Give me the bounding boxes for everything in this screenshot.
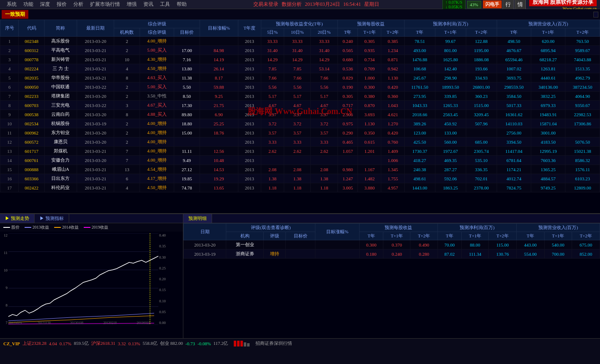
table-row[interactable]: 1 002348 高乐股份 2013-03-20 2 4.00_增持 2013 … xyxy=(0,37,600,46)
menu-item-extend[interactable]: 扩展市场行情 xyxy=(87,1,123,8)
price-chart-svg: 20121029 20121130 20130108 20130218 2013… xyxy=(8,233,158,325)
cell-rating[interactable]: 5.00_买入 xyxy=(140,82,174,92)
cell-profit-t: 1730.37 xyxy=(405,147,435,156)
table-row[interactable]: 4 002224 三 力 士 2013-03-21 4 4.50_增持 13.8… xyxy=(0,64,600,73)
menu-item-quote[interactable]: 报价 xyxy=(53,1,70,8)
dcell-target xyxy=(286,249,315,259)
cell-name[interactable]: 塔牌集团 xyxy=(44,92,77,101)
table-row[interactable]: 9 000538 云南白药 2013-03-20 8 4.88_买入 89.80… xyxy=(0,110,600,119)
cell-rating[interactable]: 3.50_中性 xyxy=(140,92,174,101)
th-rev-t2: T+2年 xyxy=(565,28,600,37)
cell-rating[interactable]: 4.00_增持 xyxy=(140,147,174,156)
cell-name[interactable]: 云南白药 xyxy=(44,110,77,119)
cell-rating[interactable]: 4.00_增持 xyxy=(140,156,174,165)
cell-rating[interactable]: 4.50_增持 xyxy=(140,64,174,73)
cell-eps-t: 0.980 xyxy=(338,165,358,174)
cell-num: 14 xyxy=(0,156,19,165)
table-row[interactable]: 6 600050 中国联通 2013-03-22 2 5.00_买入 5.50 … xyxy=(0,82,600,92)
table-row[interactable]: 16 603366 日出东方 2013-03-21 6 4.17_增持 19.8… xyxy=(0,174,600,183)
menu-item-system[interactable]: 系统 xyxy=(3,1,20,8)
cell-name[interactable]: 东方钽业 xyxy=(44,128,77,137)
cell-target-price: 7.16 xyxy=(174,55,200,64)
table-row[interactable]: 3 000778 新兴铸管 2013-03-21 10 4.30_增持 7.16… xyxy=(0,55,600,64)
cell-rating[interactable]: 4.88_买入 xyxy=(140,110,174,119)
cell-code[interactable]: 002348 xyxy=(19,37,44,46)
cell-code[interactable]: 002422 xyxy=(19,183,44,192)
cell-code[interactable]: 600703 xyxy=(19,101,44,110)
menu-item-help[interactable]: 帮助 xyxy=(173,1,190,8)
menu-item-tools[interactable]: 工具 xyxy=(157,1,173,8)
cell-rating[interactable]: 4.00_增持 xyxy=(140,128,174,137)
cell-rating[interactable]: 4.00_增持 xyxy=(140,119,174,128)
emotion-button[interactable]: 情 xyxy=(515,0,526,10)
cell-name[interactable]: 中国联通 xyxy=(44,82,77,92)
cell-code[interactable]: 600572 xyxy=(19,137,44,147)
cell-rating[interactable]: 4.67_买入 xyxy=(140,101,174,110)
cell-name[interactable]: 杭锅股份 xyxy=(44,119,77,128)
cell-rating[interactable]: 4.50_增持 xyxy=(140,183,174,192)
cell-eps-t2: 0.871 xyxy=(381,55,405,64)
cell-rating[interactable]: 4.17_增持 xyxy=(140,174,174,183)
table-row[interactable]: 15 000888 峨眉山A 2013-03-21 13 4.54_增持 27.… xyxy=(0,165,600,174)
tab-forecast-trend[interactable]: ▶ 预测走势 xyxy=(0,214,35,223)
cell-name[interactable]: 新兴铸管 xyxy=(44,55,77,64)
cell-name[interactable]: 康恩贝 xyxy=(44,137,77,147)
cell-name[interactable]: 峨眉山A xyxy=(44,165,77,174)
menu-item-analysis[interactable]: 分析 xyxy=(70,1,87,8)
cell-name[interactable]: 平高电气 xyxy=(44,46,77,55)
cell-code[interactable]: 600312 xyxy=(19,46,44,55)
cell-rev-t1: 4884.57 xyxy=(531,174,565,183)
table-row[interactable]: 13 601717 郑煤机 2013-03-21 7 4.00_增持 11.11… xyxy=(0,147,600,156)
cell-code[interactable]: 002534 xyxy=(19,119,44,128)
cell-code[interactable]: 601717 xyxy=(19,147,44,156)
cell-code[interactable]: 002035 xyxy=(19,73,44,82)
cell-name[interactable]: 三安光电 xyxy=(44,101,77,110)
table-row[interactable]: 5 002035 华帝股份 2013-03-21 8 4.63_买入 11.38… xyxy=(0,73,600,82)
tab-forecast-indicator[interactable]: ▶ 预测指标 xyxy=(35,214,69,223)
table-row[interactable]: 2 600312 平高电气 2013-03-21 2 5.00_买入 17.00… xyxy=(0,46,600,55)
cell-rating[interactable]: 4.30_增持 xyxy=(140,55,174,64)
cell-code[interactable]: 000538 xyxy=(19,110,44,119)
cell-code[interactable]: 600050 xyxy=(19,82,44,92)
cell-name[interactable]: 高乐股份 xyxy=(44,37,77,46)
cell-name[interactable]: 安徽合力 xyxy=(44,156,77,165)
cell-code[interactable]: 002224 xyxy=(19,64,44,73)
cell-rating[interactable]: 4.00_增持 xyxy=(140,37,174,46)
cell-name[interactable]: 日出东方 xyxy=(44,174,77,183)
cell-rating[interactable]: 4.63_买入 xyxy=(140,73,174,82)
cell-machines: 2 xyxy=(114,137,140,147)
cell-name[interactable]: 华帝股份 xyxy=(44,73,77,82)
table-row[interactable]: 17 002422 科伦药业 2013-03-21 4 4.50_增持 74.7… xyxy=(0,183,600,192)
menu-item-depth[interactable]: 深度 xyxy=(37,1,53,8)
cell-rating[interactable]: 4.54_增持 xyxy=(140,165,174,174)
cell-code[interactable]: 002233 xyxy=(19,92,44,101)
cell-code[interactable]: 000778 xyxy=(19,55,44,64)
cell-code[interactable]: 000962 xyxy=(19,128,44,137)
cell-num: 16 xyxy=(0,174,19,183)
cell-target-price: 9.49 xyxy=(174,156,200,165)
table-row[interactable]: 8 600703 三安光电 2013-03-22 3 4.67_买入 17.30… xyxy=(0,101,600,110)
cell-rating[interactable]: 4.00_增持 xyxy=(140,137,174,147)
cell-name[interactable]: 郑煤机 xyxy=(44,147,77,156)
cell-code[interactable]: 603366 xyxy=(19,174,44,183)
menu-item-function[interactable]: 功能 xyxy=(20,1,37,8)
menu-item-enhance[interactable]: 增强 xyxy=(123,1,140,8)
cell-name[interactable]: 科伦药业 xyxy=(44,183,77,192)
cell-machines: 2 xyxy=(114,92,140,101)
cell-profit-t2: 685.00 xyxy=(466,137,497,147)
table-row[interactable]: 12 600572 康恩贝 2013-03-20 2 4.00_增持 2013 … xyxy=(0,137,600,147)
flash-button[interactable]: 闪电手 xyxy=(483,0,502,8)
table-row[interactable]: 14 600761 安徽合力 2013-03-20 7 4.00_增持 9.49… xyxy=(0,156,600,165)
row-button[interactable]: 行 xyxy=(502,0,514,10)
table-row[interactable]: 10 002534 杭锅股份 2013-03-19 2 4.00_增持 18.8… xyxy=(0,119,600,128)
tab-forecast-detail[interactable]: 预测明细 xyxy=(183,214,212,223)
cell-name[interactable]: 三 力 士 xyxy=(44,64,77,73)
cell-rating[interactable]: 5.00_买入 xyxy=(140,46,174,55)
menu-item-news[interactable]: 资讯 xyxy=(140,1,157,8)
detail-row[interactable]: 2013-03-20 第一创业 0.300 0.370 0.490 70.00 … xyxy=(184,240,600,249)
cell-code[interactable]: 600761 xyxy=(19,156,44,165)
detail-row[interactable]: 2013-03-19 浙商证券 增持 0.180 0.240 0.280 87.… xyxy=(184,249,600,259)
cell-code[interactable]: 000888 xyxy=(19,165,44,174)
table-row[interactable]: 7 002233 塔牌集团 2013-03-20 2 3.50_中性 8.50 … xyxy=(0,92,600,101)
table-row[interactable]: 11 000962 东方钽业 2013-03-20 2 4.00_增持 15.0… xyxy=(0,128,600,137)
